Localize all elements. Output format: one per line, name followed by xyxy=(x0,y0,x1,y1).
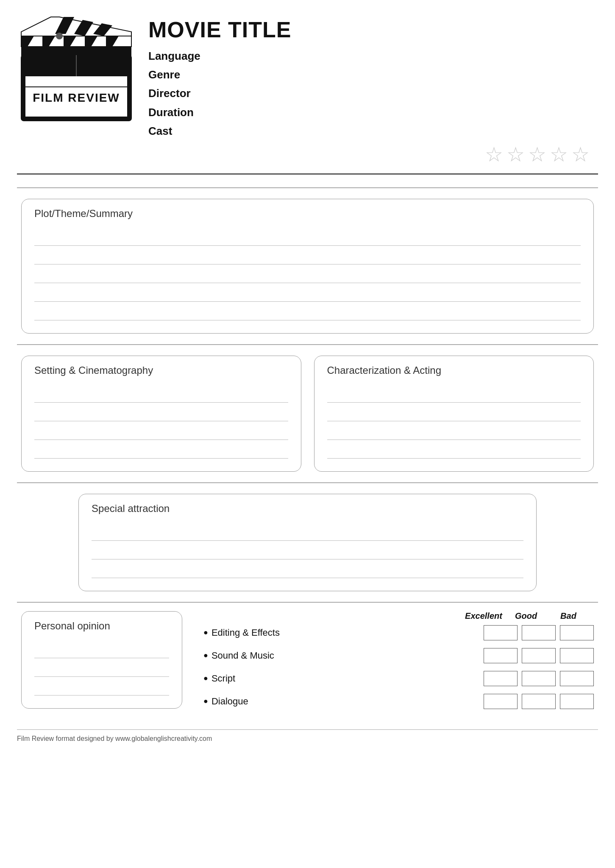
movie-title: MOVIE TITLE xyxy=(148,17,598,42)
checkboxes-editing xyxy=(479,625,594,640)
header: FILM REVIEW MOVIE TITLE xyxy=(17,13,598,175)
char-line-2[interactable] xyxy=(327,403,581,421)
script-bad-checkbox[interactable] xyxy=(560,671,594,686)
sound-bad-checkbox[interactable] xyxy=(560,648,594,663)
sound-good-checkbox[interactable] xyxy=(522,648,556,663)
special-line-1[interactable] xyxy=(92,522,523,541)
label-sound: Sound & Music xyxy=(211,650,479,661)
checkboxes-dialogue xyxy=(479,694,594,709)
personal-line-3[interactable] xyxy=(34,677,169,696)
special-line-3[interactable] xyxy=(92,559,523,578)
bullet-sound: ● xyxy=(203,651,208,660)
bullet-script: ● xyxy=(203,674,208,683)
svg-text:FILM REVIEW: FILM REVIEW xyxy=(33,91,120,104)
special-box: Special attraction xyxy=(78,494,537,591)
personal-box: Personal opinion xyxy=(21,611,182,709)
setting-lines xyxy=(34,384,288,459)
editing-good-checkbox[interactable] xyxy=(522,625,556,640)
dialogue-excellent-checkbox[interactable] xyxy=(484,694,518,709)
two-col-section: Setting & Cinematography Characterizatio… xyxy=(17,344,598,482)
checkboxes-script xyxy=(479,671,594,686)
dialogue-good-checkbox[interactable] xyxy=(522,694,556,709)
plot-title: Plot/Theme/Summary xyxy=(34,208,581,220)
footer: Film Review format designed by www.globa… xyxy=(17,729,598,743)
setting-line-1[interactable] xyxy=(34,384,288,403)
special-line-2[interactable] xyxy=(92,541,523,559)
plot-lines xyxy=(34,227,581,320)
ratings-area: Excellent Good Bad ● Editing & Effects ●… xyxy=(195,611,594,717)
editing-excellent-checkbox[interactable] xyxy=(484,625,518,640)
setting-box: Setting & Cinematography xyxy=(21,356,301,472)
svg-point-15 xyxy=(56,33,63,39)
plot-box: Plot/Theme/Summary xyxy=(21,199,594,334)
char-line-1[interactable] xyxy=(327,384,581,403)
sound-excellent-checkbox[interactable] xyxy=(484,648,518,663)
characterization-lines xyxy=(327,384,581,459)
setting-line-2[interactable] xyxy=(34,403,288,421)
plot-line-5[interactable] xyxy=(34,302,581,320)
personal-line-2[interactable] xyxy=(34,658,169,677)
rating-row-editing: ● Editing & Effects xyxy=(203,625,594,640)
plot-line-3[interactable] xyxy=(34,264,581,283)
rating-row-dialogue: ● Dialogue xyxy=(203,694,594,709)
bullet-dialogue: ● xyxy=(203,697,208,706)
dialogue-bad-checkbox[interactable] xyxy=(560,694,594,709)
plot-section: Plot/Theme/Summary xyxy=(17,187,598,344)
setting-line-3[interactable] xyxy=(34,421,288,440)
plot-line-4[interactable] xyxy=(34,283,581,302)
special-section: Special attraction xyxy=(17,482,598,602)
footer-text: Film Review format designed by www.globa… xyxy=(17,735,212,742)
personal-title: Personal opinion xyxy=(34,620,169,632)
special-lines xyxy=(92,522,523,578)
personal-lines xyxy=(34,640,169,696)
star-4[interactable]: ☆ xyxy=(550,145,568,165)
movie-meta: Language Genre Director Duration Cast xyxy=(148,47,598,140)
bottom-section: Personal opinion Excellent Good Bad ● Ed… xyxy=(17,602,598,725)
editing-bad-checkbox[interactable] xyxy=(560,625,594,640)
cast-field: Cast xyxy=(148,122,598,140)
characterization-title: Characterization & Acting xyxy=(327,364,581,376)
setting-line-4[interactable] xyxy=(34,440,288,459)
star-rating[interactable]: ☆ ☆ ☆ ☆ ☆ xyxy=(148,145,598,165)
char-line-3[interactable] xyxy=(327,421,581,440)
label-script: Script xyxy=(211,673,479,684)
star-1[interactable]: ☆ xyxy=(485,145,503,165)
rating-row-script: ● Script xyxy=(203,671,594,686)
personal-line-1[interactable] xyxy=(34,640,169,658)
bullet-editing: ● xyxy=(203,628,208,637)
personal-opinion-area: Personal opinion xyxy=(21,611,182,709)
setting-title: Setting & Cinematography xyxy=(34,364,288,376)
star-3[interactable]: ☆ xyxy=(528,145,546,165)
movie-info: MOVIE TITLE Language Genre Director Dura… xyxy=(148,13,598,165)
language-field: Language xyxy=(148,47,598,65)
col-bad: Bad xyxy=(547,611,590,621)
duration-field: Duration xyxy=(148,103,598,122)
script-excellent-checkbox[interactable] xyxy=(484,671,518,686)
star-5[interactable]: ☆ xyxy=(571,145,590,165)
char-line-4[interactable] xyxy=(327,440,581,459)
genre-field: Genre xyxy=(148,65,598,84)
checkboxes-sound xyxy=(479,648,594,663)
col-excellent: Excellent xyxy=(462,611,505,621)
plot-line-1[interactable] xyxy=(34,227,581,246)
plot-line-2[interactable] xyxy=(34,246,581,264)
director-field: Director xyxy=(148,84,598,103)
special-title: Special attraction xyxy=(92,503,523,515)
label-dialogue: Dialogue xyxy=(211,696,479,707)
star-2[interactable]: ☆ xyxy=(506,145,525,165)
ratings-header: Excellent Good Bad xyxy=(203,611,594,621)
characterization-box: Characterization & Acting xyxy=(314,356,594,472)
label-editing: Editing & Effects xyxy=(211,627,479,638)
rating-row-sound: ● Sound & Music xyxy=(203,648,594,663)
clapperboard-logo: FILM REVIEW xyxy=(17,13,136,127)
col-good: Good xyxy=(505,611,547,621)
script-good-checkbox[interactable] xyxy=(522,671,556,686)
